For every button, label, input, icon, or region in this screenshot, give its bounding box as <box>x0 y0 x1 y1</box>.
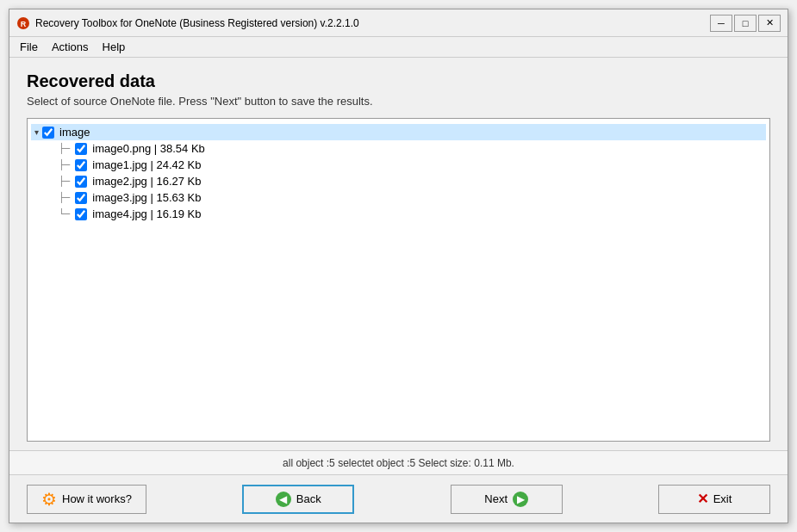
menu-file[interactable]: File <box>13 39 45 55</box>
svg-text:R: R <box>21 20 27 28</box>
page-title: Recovered data <box>27 71 770 91</box>
tree-connector-icon: ├─ <box>59 176 70 187</box>
tree-child-label: image2.jpg | 16.27 Kb <box>92 175 201 188</box>
tree-child-row[interactable]: └─image4.jpg | 16.19 Kb <box>55 206 766 222</box>
tree-children: ├─image0.png | 38.54 Kb├─image1.jpg | 24… <box>31 140 766 222</box>
how-it-works-label: How it works? <box>62 492 132 505</box>
tree-connector-icon: ├─ <box>59 143 70 154</box>
gear-icon: ⚙ <box>41 489 57 510</box>
status-text: all object :5 selectet object :5 Select … <box>283 457 514 469</box>
tree-child-row[interactable]: ├─image2.jpg | 16.27 Kb <box>55 173 766 189</box>
back-button[interactable]: ◀ Back <box>242 485 354 514</box>
tree-child-checkbox[interactable] <box>75 192 87 204</box>
tree-child-row[interactable]: ├─image1.jpg | 24.42 Kb <box>55 157 766 173</box>
tree-child-label: image0.png | 38.54 Kb <box>92 142 205 155</box>
tree-connector-icon: ├─ <box>59 192 70 203</box>
title-bar: R Recovery Toolbox for OneNote (Business… <box>9 9 788 37</box>
tree-connector-icon: ├─ <box>59 159 70 170</box>
tree-child-row[interactable]: ├─image0.png | 38.54 Kb <box>55 140 766 157</box>
content-area: Recovered data Select of source OneNote … <box>9 58 788 450</box>
tree-child-checkbox[interactable] <box>75 176 87 188</box>
status-bar: all object :5 selectet object :5 Select … <box>9 450 788 474</box>
window-controls: ─ □ ✕ <box>710 15 781 32</box>
minimize-button[interactable]: ─ <box>710 15 732 32</box>
exit-button[interactable]: ✕ Exit <box>658 485 770 514</box>
tree-child-checkbox[interactable] <box>75 143 87 155</box>
tree-expand-arrow[interactable]: ▾ <box>34 127 39 137</box>
tree-child-checkbox[interactable] <box>75 208 87 220</box>
footer: ⚙ How it works? ◀ Back Next ▶ ✕ Exit <box>9 474 788 523</box>
menu-actions[interactable]: Actions <box>45 39 96 55</box>
back-label: Back <box>296 492 321 505</box>
tree-child-label: image1.jpg | 24.42 Kb <box>92 158 201 171</box>
exit-label: Exit <box>713 492 732 505</box>
tree-child-checkbox[interactable] <box>75 159 87 171</box>
tree-root-label: image <box>59 126 90 139</box>
close-button[interactable]: ✕ <box>758 15 781 32</box>
tree-root-checkbox[interactable] <box>42 127 54 139</box>
next-button[interactable]: Next ▶ <box>451 485 563 514</box>
tree-child-label: image4.jpg | 16.19 Kb <box>92 207 201 220</box>
menu-help[interactable]: Help <box>96 39 133 55</box>
main-window: R Recovery Toolbox for OneNote (Business… <box>9 9 788 523</box>
tree-root-row[interactable]: ▾ image <box>31 124 766 140</box>
tree-child-row[interactable]: ├─image3.jpg | 15.63 Kb <box>55 189 766 206</box>
tree-child-label: image3.jpg | 15.63 Kb <box>92 191 201 204</box>
exit-icon: ✕ <box>697 491 708 507</box>
maximize-button[interactable]: □ <box>734 15 757 32</box>
menu-bar: File Actions Help <box>9 37 788 58</box>
tree-connector-icon: └─ <box>59 208 70 220</box>
tree-root: ▾ image ├─image0.png | 38.54 Kb├─image1.… <box>28 122 769 224</box>
page-subtitle: Select of source OneNote file. Press "Ne… <box>27 95 770 108</box>
tree-panel[interactable]: ▾ image ├─image0.png | 38.54 Kb├─image1.… <box>27 118 770 442</box>
how-it-works-button[interactable]: ⚙ How it works? <box>27 485 146 514</box>
app-icon: R <box>16 16 30 30</box>
next-label: Next <box>484 492 507 505</box>
back-icon: ◀ <box>276 492 291 507</box>
window-title: Recovery Toolbox for OneNote (Business R… <box>35 17 710 29</box>
next-icon: ▶ <box>513 492 528 507</box>
